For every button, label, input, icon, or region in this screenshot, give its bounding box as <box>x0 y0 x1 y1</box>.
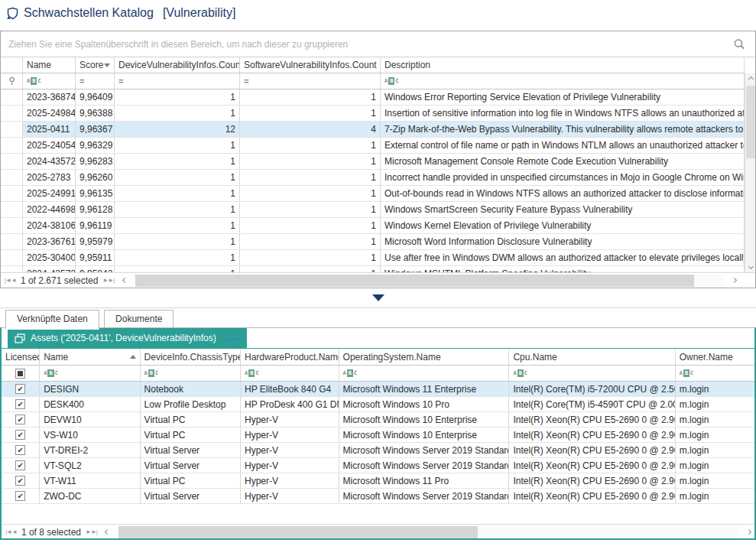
table-row[interactable]: ✔ZWO-DCVirtual ServerHyper-VMicrosoft Wi… <box>2 489 754 504</box>
table-row[interactable]: 2024-435729,9628311Microsoft Management … <box>1 154 745 170</box>
column-header-chassis[interactable]: DeviceInfo.ChassisType <box>141 349 241 365</box>
first-record-button[interactable]: |◄◄ <box>5 528 17 535</box>
first-record-button[interactable]: |◄◄ <box>5 277 16 284</box>
cell-name: 2024-43573 <box>23 266 76 272</box>
column-header-asset-name[interactable]: Name <box>40 349 140 365</box>
abc-filter-icon: ABC <box>513 369 527 377</box>
cell-software-count: 1 <box>240 89 381 105</box>
horizontal-scrollbar[interactable] <box>118 526 738 538</box>
column-header-licensed[interactable]: Licensed <box>2 349 40 365</box>
panel-splitter[interactable] <box>0 288 756 307</box>
last-record-button[interactable]: ►►| <box>86 528 97 535</box>
table-row[interactable]: ✔VT-SQL2Virtual ServerHyper-VMicrosoft W… <box>2 458 754 473</box>
table-row[interactable]: 2025-249849,9638811Insertion of sensitiv… <box>1 106 745 122</box>
column-header-owner[interactable]: Owner.Name <box>676 349 754 365</box>
table-row[interactable]: 2022-446989,9612811Windows SmartScreen S… <box>1 202 745 218</box>
filter-asset-name[interactable]: ABC <box>40 366 140 381</box>
row-indicator <box>1 234 23 249</box>
cell-device-count: 1 <box>115 170 240 185</box>
column-header-device-count[interactable]: DeviceVulnerabilityInfos.Count <box>115 57 240 73</box>
filter-description[interactable]: ABC <box>381 73 745 89</box>
horizontal-scroll-thumb[interactable] <box>135 275 693 287</box>
cell-device-count: 12 <box>115 122 240 137</box>
column-header-name[interactable]: Name <box>23 57 76 73</box>
scroll-up-icon[interactable] <box>745 73 756 85</box>
checkbox-checked[interactable]: ✔ <box>15 445 25 455</box>
row-indicator <box>1 218 23 233</box>
search-icon[interactable] <box>731 36 748 53</box>
column-header-cpu[interactable]: Cpu.Name <box>509 349 675 365</box>
table-row[interactable]: 2025-04119,963671247-Zip Mark-of-the-Web… <box>1 122 745 138</box>
last-record-button[interactable]: ►►| <box>102 277 114 284</box>
tab-verknuepfte-daten[interactable]: Verknüpfte Daten <box>5 310 99 330</box>
table-row[interactable]: 2023-368749,9640911Windows Error Reporti… <box>1 89 745 106</box>
scroll-left-icon[interactable] <box>118 278 131 282</box>
filter-name[interactable]: ABC <box>23 73 76 89</box>
vertical-scrollbar[interactable] <box>745 73 755 272</box>
table-row[interactable]: ✔VT-DREI-2Virtual ServerHyper-VMicrosoft… <box>2 443 754 458</box>
collapse-down-icon[interactable] <box>372 294 384 301</box>
table-row[interactable]: ✔DESK400Low Profile DesktopHP ProDesk 40… <box>2 397 754 412</box>
cell-licensed: ✔ <box>2 428 40 442</box>
column-header-description[interactable]: Description <box>381 57 745 73</box>
filter-owner[interactable]: ABC <box>676 366 754 381</box>
checkbox-checked[interactable]: ✔ <box>15 476 25 486</box>
checkbox-checked[interactable]: ✔ <box>15 399 25 409</box>
table-row[interactable]: 2025-27839,9626011Incorrect handle provi… <box>1 170 745 186</box>
checkbox-checked[interactable]: ✔ <box>15 460 25 470</box>
column-header-software-count[interactable]: SoftwareVulnerabilityInfos.Count <box>240 57 381 73</box>
table-row[interactable]: 2025-249919,9613511Out-of-bounds read in… <box>1 186 745 202</box>
cell-os: Microsoft Windows Server 2019 Standard <box>339 443 510 457</box>
scroll-right-icon[interactable] <box>742 530 754 534</box>
row-indicator <box>1 138 23 153</box>
cell-score: 9,96283 <box>76 154 115 169</box>
filter-licensed-checkbox[interactable] <box>2 366 40 381</box>
cell-asset-name: VS-W10 <box>40 428 140 442</box>
table-row[interactable]: ✔VS-W10Virtual PCHyper-VMicrosoft Window… <box>2 428 754 443</box>
vuln-grid-rows: 2023-368749,9640911Windows Error Reporti… <box>1 89 745 272</box>
table-row[interactable]: ✔VT-W11Virtual PCHyper-VMicrosoft Window… <box>2 473 754 489</box>
filter-software-count[interactable]: = <box>240 73 381 89</box>
checkbox-checked[interactable]: ✔ <box>15 430 25 440</box>
table-row[interactable]: 2025-304009,9591111Use after free in Win… <box>1 250 745 266</box>
cell-asset-name: DEVW10 <box>40 412 140 427</box>
cell-score: 9,96260 <box>76 170 115 185</box>
filter-chassis[interactable]: ABC <box>141 366 241 381</box>
cell-software-count: 4 <box>240 122 381 137</box>
tab-dokumente[interactable]: Dokumente <box>104 310 174 328</box>
equals-filter-icon: = <box>79 76 84 86</box>
filter-score[interactable]: = <box>76 73 115 89</box>
vertical-scroll-thumb[interactable] <box>746 86 755 158</box>
scroll-right-icon[interactable] <box>728 278 740 282</box>
cell-software-count: 1 <box>240 234 381 249</box>
table-row[interactable]: ✔DEVW10Virtual PCHyper-VMicrosoft Window… <box>2 412 754 428</box>
table-row[interactable]: 2024-435739,9584211Windows MSHTML Platfo… <box>1 266 745 272</box>
checkbox-checked[interactable]: ✔ <box>15 491 25 501</box>
checkbox-checked[interactable]: ✔ <box>15 384 25 394</box>
column-header-os[interactable]: OperatingSystem.Name <box>339 349 510 365</box>
checkbox-checked[interactable]: ✔ <box>15 415 25 424</box>
group-by-panel[interactable]: Ziehen Sie eine Spaltenüberschrift in di… <box>1 31 755 57</box>
table-row[interactable]: 2025-240549,9632911External control of f… <box>1 138 745 154</box>
cell-asset-name: DESK400 <box>40 397 140 411</box>
minus-icon[interactable]: — <box>228 333 238 344</box>
table-row[interactable]: 2024-381069,9611911Windows Kernel Elevat… <box>1 218 745 234</box>
assets-group-header[interactable]: Assets ('2025-0411', DeviceVulnerability… <box>8 328 247 348</box>
cell-licensed: ✔ <box>2 382 40 396</box>
horizontal-scroll-thumb[interactable] <box>118 526 478 538</box>
cell-chassis: Virtual Server <box>141 443 241 457</box>
cell-owner: m.login <box>676 458 754 473</box>
horizontal-scrollbar[interactable] <box>135 275 723 287</box>
assets-filter-row: ABC ABC ABC ABC ABC ABC <box>2 366 754 382</box>
table-row[interactable]: 2023-367619,9597911Microsoft Word Inform… <box>1 234 745 250</box>
filter-device-count[interactable]: = <box>115 73 240 89</box>
vulnerability-grid: Ziehen Sie eine Spaltenüberschrift in di… <box>0 31 756 288</box>
scroll-left-icon[interactable] <box>102 530 114 534</box>
filter-os[interactable]: ABC <box>339 366 510 381</box>
column-header-hardware[interactable]: HardwareProduct.Name <box>241 349 339 365</box>
scroll-down-icon[interactable] <box>745 261 756 272</box>
filter-hardware[interactable]: ABC <box>241 366 339 381</box>
filter-cpu[interactable]: ABC <box>509 366 675 381</box>
column-header-score[interactable]: Score <box>76 57 115 73</box>
table-row[interactable]: ✔DESIGNNotebookHP EliteBook 840 G4Micros… <box>2 382 754 397</box>
